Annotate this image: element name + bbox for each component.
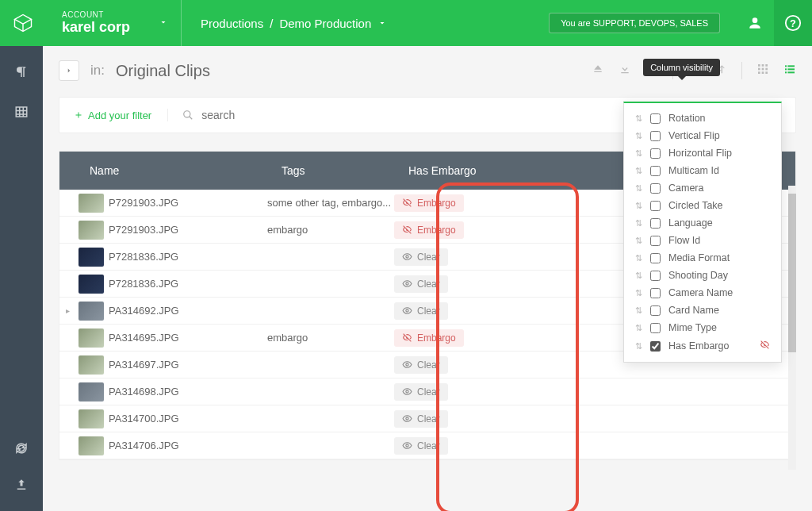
column-option[interactable]: ⇅Horizontal Flip xyxy=(624,144,781,162)
logo[interactable] xyxy=(0,0,46,46)
breadcrumb[interactable]: Productions / Demo Production xyxy=(181,0,406,46)
table-row[interactable]: PA314698.JPG Clear xyxy=(59,378,795,405)
column-header-tags[interactable]: Tags xyxy=(282,164,408,177)
embargo-badge[interactable]: Embargo xyxy=(394,329,464,347)
column-option[interactable]: ⇅Language xyxy=(624,214,781,232)
column-option[interactable]: ⇅Circled Take xyxy=(624,197,781,214)
page-title: Original Clips xyxy=(116,62,210,80)
embargo-badge[interactable]: Clear xyxy=(394,302,448,320)
column-option[interactable]: ⇅Multicam Id xyxy=(624,162,781,179)
column-option[interactable]: ⇅Rotation xyxy=(624,110,781,127)
drag-handle-icon[interactable]: ⇅ xyxy=(635,253,642,263)
drag-handle-icon[interactable]: ⇅ xyxy=(635,201,642,211)
embargo-cell: Clear xyxy=(394,302,513,320)
column-option-label: Camera xyxy=(668,182,703,194)
column-checkbox[interactable] xyxy=(650,305,661,316)
refresh-icon[interactable] xyxy=(14,441,29,459)
drag-handle-icon[interactable]: ⇅ xyxy=(635,236,642,246)
grid-view-icon[interactable] xyxy=(756,63,769,79)
drag-handle-icon[interactable]: ⇅ xyxy=(635,166,642,176)
embargo-badge[interactable]: Clear xyxy=(394,275,448,293)
scrollbar[interactable] xyxy=(788,186,796,470)
tags-cell: embargo xyxy=(267,332,394,344)
column-option-label: Shooting Day xyxy=(668,270,728,281)
expand-sidebar-button[interactable] xyxy=(59,60,79,81)
embargo-badge[interactable]: Embargo xyxy=(394,221,464,239)
account-name: karel corp xyxy=(62,19,165,36)
column-checkbox[interactable] xyxy=(650,183,661,194)
column-option[interactable]: ⇅Card Name xyxy=(624,302,781,319)
column-option[interactable]: ⇅Flow Id xyxy=(624,232,781,249)
file-name: PA314700.JPG xyxy=(109,413,267,425)
column-checkbox[interactable] xyxy=(650,323,661,333)
embargo-badge[interactable]: Clear xyxy=(394,410,448,428)
column-checkbox[interactable] xyxy=(650,341,661,352)
drag-handle-icon[interactable]: ⇅ xyxy=(635,183,642,194)
upload-icon[interactable] xyxy=(14,478,29,495)
embargo-badge[interactable]: Clear xyxy=(394,248,448,266)
thumbnail xyxy=(79,275,104,294)
search-icon xyxy=(182,110,193,121)
table-row[interactable]: PA314706.JPG Clear xyxy=(59,432,795,459)
column-option[interactable]: ⇅Vertical Flip xyxy=(624,127,781,144)
column-header-embargo[interactable]: Has Embargo xyxy=(408,164,519,177)
column-option[interactable]: ⇅Mime Type xyxy=(624,319,781,336)
svg-point-31 xyxy=(406,444,408,447)
column-option[interactable]: ⇅Shooting Day xyxy=(624,267,781,284)
drag-handle-icon[interactable]: ⇅ xyxy=(635,341,642,352)
drag-handle-icon[interactable]: ⇅ xyxy=(635,113,642,124)
in-label: in: xyxy=(90,63,105,79)
table-row[interactable]: PA314700.JPG Clear xyxy=(59,405,795,432)
svg-point-29 xyxy=(406,390,408,393)
column-checkbox[interactable] xyxy=(650,271,661,281)
drag-handle-icon[interactable]: ⇅ xyxy=(635,271,642,281)
drag-handle-icon[interactable]: ⇅ xyxy=(635,288,642,298)
embargo-badge[interactable]: Embargo xyxy=(394,194,464,212)
thumbnail xyxy=(79,328,104,348)
drag-handle-icon[interactable]: ⇅ xyxy=(635,218,642,229)
column-checkbox[interactable] xyxy=(650,148,661,159)
paragraph-icon[interactable] xyxy=(14,65,29,83)
column-checkbox[interactable] xyxy=(650,131,661,141)
column-checkbox[interactable] xyxy=(650,236,661,246)
column-checkbox[interactable] xyxy=(650,166,661,176)
user-icon[interactable] xyxy=(736,0,774,46)
column-option-label: Language xyxy=(668,217,713,229)
embargo-badge[interactable]: Clear xyxy=(394,383,448,401)
drag-handle-icon[interactable]: ⇅ xyxy=(635,305,642,316)
table-icon[interactable] xyxy=(14,105,29,122)
eject-icon[interactable] xyxy=(592,63,604,79)
file-name: P7291903.JPG xyxy=(109,224,267,236)
help-icon[interactable]: ? xyxy=(774,0,812,46)
drag-handle-icon[interactable]: ⇅ xyxy=(635,131,642,141)
embargo-cell: Clear xyxy=(394,383,513,401)
account-switcher[interactable]: ACCOUNT karel corp xyxy=(46,0,181,46)
add-filter-button[interactable]: Add your filter xyxy=(74,110,151,121)
list-view-icon[interactable] xyxy=(783,63,796,79)
column-option[interactable]: ⇅Camera xyxy=(624,179,781,197)
embargo-badge[interactable]: Clear xyxy=(394,437,448,455)
download-icon[interactable] xyxy=(619,63,631,79)
drag-handle-icon[interactable]: ⇅ xyxy=(635,323,642,333)
column-checkbox[interactable] xyxy=(650,201,661,211)
column-checkbox[interactable] xyxy=(650,113,661,124)
thumbnail xyxy=(79,221,104,240)
eye-off-icon[interactable] xyxy=(760,340,770,352)
expand-row-icon[interactable]: ▸ xyxy=(59,306,75,315)
column-option[interactable]: ⇅Camera Name xyxy=(624,284,781,302)
svg-point-28 xyxy=(406,363,408,366)
column-checkbox[interactable] xyxy=(650,253,661,263)
embargo-cell: Clear xyxy=(394,248,513,266)
svg-point-26 xyxy=(406,282,408,285)
column-checkbox[interactable] xyxy=(650,288,661,298)
column-checkbox[interactable] xyxy=(650,218,661,229)
breadcrumb-current: Demo Production xyxy=(279,17,371,30)
embargo-badge[interactable]: Clear xyxy=(394,356,448,374)
column-option[interactable]: ⇅Has Embargo xyxy=(624,336,781,355)
breadcrumb-parent: Productions xyxy=(201,17,263,30)
embargo-cell: Embargo xyxy=(394,194,513,212)
svg-point-24 xyxy=(184,111,190,117)
drag-handle-icon[interactable]: ⇅ xyxy=(635,148,642,159)
column-header-name[interactable]: Name xyxy=(59,164,282,177)
column-option[interactable]: ⇅Media Format xyxy=(624,249,781,267)
